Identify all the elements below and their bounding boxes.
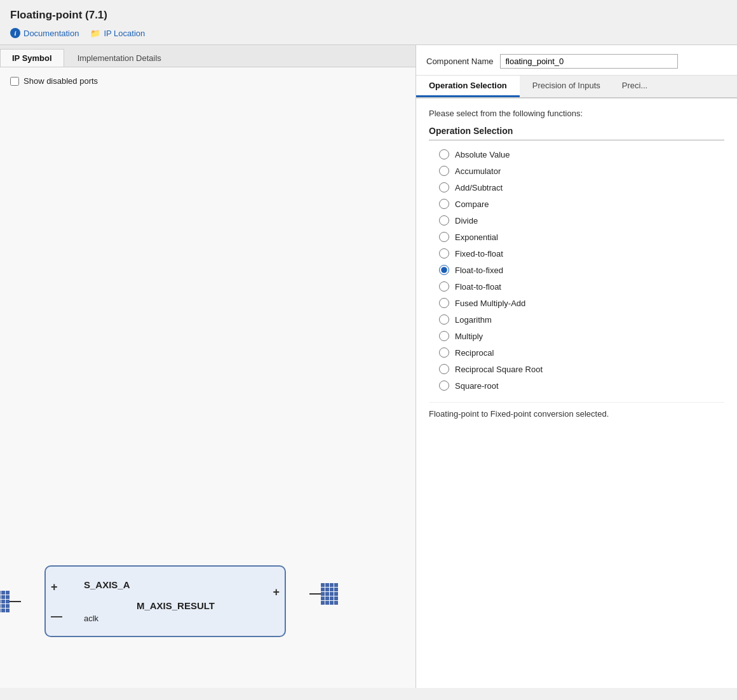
radio-item-accumulator[interactable]: Accumulator bbox=[439, 166, 724, 176]
radio-logarithm[interactable] bbox=[439, 314, 449, 325]
left-tabs-bar: IP Symbol Implementation Details bbox=[0, 45, 416, 67]
m-axis-label: M_AXIS_RESULT bbox=[137, 600, 215, 611]
main-layout: IP Symbol Implementation Details Show di… bbox=[0, 45, 737, 688]
radio-label-reciprocal: Reciprocal bbox=[455, 348, 494, 358]
radio-item-reciprocal-square-root[interactable]: Reciprocal Square Root bbox=[439, 364, 724, 374]
radio-label-float-to-float: Float-to-float bbox=[455, 282, 501, 292]
radio-fused-multiply-add[interactable] bbox=[439, 298, 449, 308]
status-text: Floating-point to Fixed-point conversion… bbox=[429, 402, 724, 419]
operation-radio-list: Absolute ValueAccumulatorAdd/SubtractCom… bbox=[429, 149, 724, 391]
radio-compare[interactable] bbox=[439, 199, 449, 209]
tab-precision-of-inputs[interactable]: Precision of Inputs bbox=[520, 76, 613, 97]
radio-item-reciprocal[interactable]: Reciprocal bbox=[439, 347, 724, 358]
radio-absolute-value[interactable] bbox=[439, 149, 449, 159]
radio-item-multiply[interactable]: Multiply bbox=[439, 331, 724, 341]
radio-float-to-float[interactable] bbox=[439, 281, 449, 292]
radio-item-divide[interactable]: Divide bbox=[439, 215, 724, 225]
radio-label-accumulator: Accumulator bbox=[455, 166, 501, 176]
left-panel: IP Symbol Implementation Details Show di… bbox=[0, 45, 416, 688]
left-port-line bbox=[10, 601, 21, 602]
component-name-label: Component Name bbox=[426, 57, 494, 66]
page-title: Floating-point (7.1) bbox=[10, 9, 727, 22]
radio-label-add-subtract: Add/Subtract bbox=[455, 183, 503, 192]
radio-label-square-root: Square-root bbox=[455, 381, 499, 391]
radio-item-compare[interactable]: Compare bbox=[439, 199, 724, 209]
m-axis-plus-icon: + bbox=[273, 586, 280, 599]
diagram-area: + — + S_AXIS_A M_AXIS_RESULT aclk bbox=[19, 565, 400, 637]
radio-label-logarithm: Logarithm bbox=[455, 315, 492, 325]
aclk-label: aclk bbox=[84, 614, 259, 623]
op-sel-description: Please select from the following functio… bbox=[429, 109, 724, 118]
radio-item-exponential[interactable]: Exponential bbox=[439, 232, 724, 242]
radio-label-absolute-value: Absolute Value bbox=[455, 150, 510, 159]
radio-accumulator[interactable] bbox=[439, 166, 449, 176]
ip-block: + — + S_AXIS_A M_AXIS_RESULT aclk bbox=[44, 565, 286, 637]
tab-operation-selection[interactable]: Operation Selection bbox=[416, 76, 520, 97]
op-sel-title: Operation Selection bbox=[429, 126, 724, 136]
left-port-grid bbox=[0, 591, 10, 612]
ip-location-label: IP Location bbox=[104, 29, 145, 38]
tab-ip-symbol[interactable]: IP Symbol bbox=[0, 49, 64, 67]
radio-add-subtract[interactable] bbox=[439, 182, 449, 192]
tab-implementation-details[interactable]: Implementation Details bbox=[65, 49, 173, 67]
show-disabled-ports-label[interactable]: Show disabled ports bbox=[24, 76, 98, 86]
radio-label-float-to-fixed: Float-to-fixed bbox=[455, 266, 503, 275]
location-icon: 📁 bbox=[90, 29, 100, 38]
right-port-line bbox=[309, 593, 321, 595]
show-disabled-ports-row: Show disabled ports bbox=[10, 76, 405, 86]
radio-multiply[interactable] bbox=[439, 331, 449, 341]
radio-item-absolute-value[interactable]: Absolute Value bbox=[439, 149, 724, 159]
radio-float-to-fixed[interactable] bbox=[439, 265, 449, 275]
s-axis-label: S_AXIS_A bbox=[84, 579, 130, 590]
right-panel: Component Name Operation Selection Preci… bbox=[416, 45, 737, 688]
documentation-link[interactable]: i Documentation bbox=[10, 28, 79, 38]
op-sel-divider bbox=[429, 140, 724, 140]
radio-label-divide: Divide bbox=[455, 216, 478, 225]
right-content: Please select from the following functio… bbox=[416, 98, 737, 688]
top-bar-links: i Documentation 📁 IP Location bbox=[10, 28, 727, 38]
radio-label-multiply: Multiply bbox=[455, 332, 483, 341]
radio-item-float-to-float[interactable]: Float-to-float bbox=[439, 281, 724, 292]
right-port-grid bbox=[321, 583, 338, 605]
radio-item-square-root[interactable]: Square-root bbox=[439, 380, 724, 391]
radio-item-fused-multiply-add[interactable]: Fused Multiply-Add bbox=[439, 298, 724, 308]
left-port-connector bbox=[0, 591, 21, 612]
radio-divide[interactable] bbox=[439, 215, 449, 225]
radio-label-fused-multiply-add: Fused Multiply-Add bbox=[455, 299, 525, 308]
component-name-row: Component Name bbox=[416, 45, 737, 76]
tab-precision-partial[interactable]: Preci... bbox=[613, 76, 656, 97]
ip-block-container: + — + S_AXIS_A M_AXIS_RESULT aclk bbox=[19, 565, 311, 637]
radio-label-fixed-to-float: Fixed-to-float bbox=[455, 249, 503, 259]
radio-reciprocal[interactable] bbox=[439, 347, 449, 358]
radio-label-reciprocal-square-root: Reciprocal Square Root bbox=[455, 365, 543, 374]
ip-symbol-content: Show disabled ports bbox=[0, 67, 416, 688]
radio-exponential[interactable] bbox=[439, 232, 449, 242]
radio-square-root[interactable] bbox=[439, 380, 449, 391]
radio-item-add-subtract[interactable]: Add/Subtract bbox=[439, 182, 724, 192]
ip-location-link[interactable]: 📁 IP Location bbox=[90, 29, 145, 38]
show-disabled-ports-checkbox[interactable] bbox=[10, 77, 19, 86]
radio-label-exponential: Exponential bbox=[455, 232, 498, 242]
documentation-label: Documentation bbox=[24, 29, 79, 38]
radio-item-float-to-fixed[interactable]: Float-to-fixed bbox=[439, 265, 724, 275]
info-icon: i bbox=[10, 28, 20, 38]
top-bar: Floating-point (7.1) i Documentation 📁 I… bbox=[0, 0, 737, 45]
radio-item-logarithm[interactable]: Logarithm bbox=[439, 314, 724, 325]
component-name-input[interactable] bbox=[500, 54, 678, 69]
radio-label-compare: Compare bbox=[455, 199, 489, 209]
radio-fixed-to-float[interactable] bbox=[439, 248, 449, 259]
radio-reciprocal-square-root[interactable] bbox=[439, 364, 449, 374]
right-port-connector bbox=[309, 583, 338, 605]
aclk-minus-icon: — bbox=[51, 610, 62, 623]
right-tabs-bar: Operation Selection Precision of Inputs … bbox=[416, 76, 737, 98]
s-axis-plus-icon: + bbox=[51, 581, 58, 594]
radio-item-fixed-to-float[interactable]: Fixed-to-float bbox=[439, 248, 724, 259]
